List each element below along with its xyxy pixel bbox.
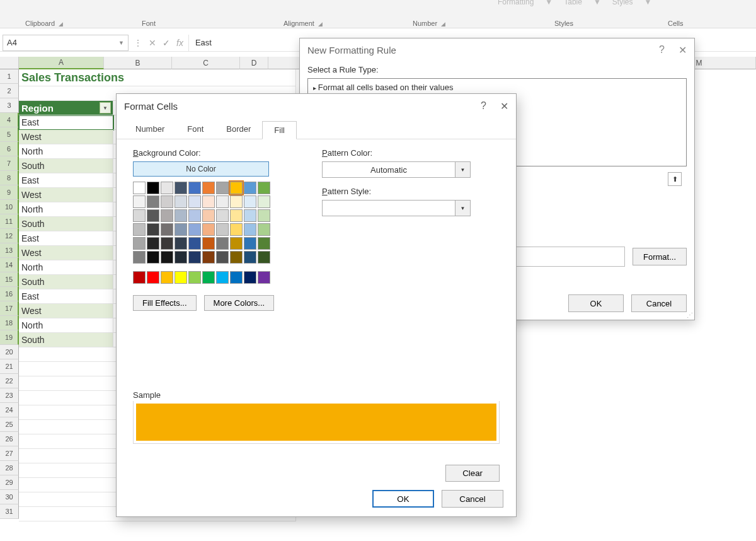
color-swatch[interactable] bbox=[230, 251, 243, 264]
cell[interactable]: East bbox=[19, 231, 113, 246]
color-swatch[interactable] bbox=[202, 223, 215, 236]
close-icon[interactable]: ✕ bbox=[500, 100, 508, 112]
row-header[interactable]: 13 bbox=[0, 243, 19, 258]
color-swatch[interactable] bbox=[175, 195, 187, 208]
color-swatch[interactable] bbox=[202, 271, 215, 284]
cancel-button[interactable]: Cancel bbox=[631, 294, 687, 312]
color-swatch[interactable] bbox=[147, 223, 159, 236]
column-header[interactable]: C bbox=[172, 57, 240, 69]
row-header[interactable]: 6 bbox=[0, 142, 19, 156]
row-header[interactable]: 3 bbox=[0, 98, 19, 113]
cancel-formula-icon[interactable]: ✕ bbox=[149, 38, 156, 48]
filter-dropdown-icon[interactable]: ▼ bbox=[100, 102, 111, 113]
color-swatch[interactable] bbox=[258, 251, 270, 264]
color-swatch[interactable] bbox=[175, 223, 187, 236]
dialog-titlebar[interactable]: New Formatting Rule ? ✕ bbox=[300, 38, 694, 61]
cell[interactable]: West bbox=[19, 130, 113, 144]
row-header[interactable]: 19 bbox=[0, 330, 19, 345]
cell[interactable]: East bbox=[19, 289, 113, 304]
color-swatch[interactable] bbox=[161, 209, 173, 222]
color-swatch[interactable] bbox=[133, 209, 146, 222]
color-swatch[interactable] bbox=[188, 271, 201, 284]
row-header[interactable]: 31 bbox=[0, 504, 19, 519]
color-swatch[interactable] bbox=[230, 209, 243, 222]
color-swatch[interactable] bbox=[216, 251, 229, 264]
color-swatch[interactable] bbox=[133, 237, 146, 250]
color-swatch[interactable] bbox=[244, 182, 256, 194]
row-header[interactable]: 15 bbox=[0, 272, 19, 287]
color-swatch[interactable] bbox=[175, 237, 187, 250]
color-swatch[interactable] bbox=[230, 195, 243, 208]
chevron-down-icon[interactable]: ▼ bbox=[118, 40, 124, 46]
color-swatch[interactable] bbox=[133, 182, 146, 194]
color-swatch[interactable] bbox=[216, 195, 229, 208]
cell[interactable]: North bbox=[19, 260, 113, 275]
cell[interactable]: North bbox=[19, 318, 113, 333]
color-swatch[interactable] bbox=[216, 271, 229, 284]
pattern-color-select[interactable]: Automatic ▼ bbox=[322, 161, 471, 178]
name-box[interactable]: A4 ▼ bbox=[3, 35, 129, 51]
row-header[interactable]: 26 bbox=[0, 432, 19, 446]
dialog-titlebar[interactable]: Format Cells ? ✕ bbox=[117, 94, 516, 118]
cell[interactable]: West bbox=[19, 188, 113, 202]
row-header[interactable]: 9 bbox=[0, 185, 19, 200]
color-swatch[interactable] bbox=[188, 223, 201, 236]
cell[interactable]: South bbox=[19, 275, 113, 289]
color-swatch[interactable] bbox=[258, 182, 270, 194]
color-swatch[interactable] bbox=[133, 195, 146, 208]
color-swatch[interactable] bbox=[216, 182, 229, 194]
color-swatch[interactable] bbox=[175, 271, 187, 284]
color-swatch[interactable] bbox=[161, 195, 173, 208]
color-swatch[interactable] bbox=[258, 209, 270, 222]
column-header[interactable]: A bbox=[19, 57, 104, 69]
row-header[interactable]: 11 bbox=[0, 214, 19, 229]
color-swatch[interactable] bbox=[244, 223, 256, 236]
color-swatch[interactable] bbox=[133, 271, 146, 284]
color-swatch[interactable] bbox=[202, 237, 215, 250]
color-swatch[interactable] bbox=[147, 251, 159, 264]
color-swatch[interactable] bbox=[202, 182, 215, 194]
color-swatch[interactable] bbox=[216, 237, 229, 250]
more-colors-button[interactable]: More Colors... bbox=[204, 295, 275, 311]
cell[interactable]: East bbox=[19, 173, 113, 188]
row-header[interactable]: 12 bbox=[0, 229, 19, 243]
color-swatch[interactable] bbox=[216, 223, 229, 236]
dialog-launcher-icon[interactable]: ◢ bbox=[441, 21, 445, 27]
color-swatch[interactable] bbox=[258, 223, 270, 236]
tab-border[interactable]: Border bbox=[215, 120, 262, 139]
no-color-button[interactable]: No Color bbox=[133, 161, 269, 177]
color-swatch[interactable] bbox=[258, 237, 270, 250]
fill-effects-button[interactable]: Fill Effects... bbox=[133, 295, 197, 311]
row-header[interactable]: 10 bbox=[0, 200, 19, 214]
color-swatch[interactable] bbox=[161, 251, 173, 264]
color-swatch[interactable] bbox=[188, 209, 201, 222]
cell[interactable]: Sales Transactions bbox=[19, 69, 296, 86]
cell[interactable]: South bbox=[19, 217, 113, 231]
row-header[interactable]: 5 bbox=[0, 127, 19, 142]
cell[interactable]: West bbox=[19, 304, 113, 318]
color-swatch[interactable] bbox=[161, 223, 173, 236]
color-swatch[interactable] bbox=[230, 271, 243, 284]
cell[interactable]: North bbox=[19, 202, 113, 217]
color-swatch[interactable] bbox=[202, 251, 215, 264]
color-swatch[interactable] bbox=[244, 195, 256, 208]
tab-number[interactable]: Number bbox=[124, 120, 176, 139]
row-header[interactable]: 17 bbox=[0, 301, 19, 316]
rule-type-item[interactable]: Format all cells based on their values bbox=[313, 83, 681, 92]
color-swatch[interactable] bbox=[188, 195, 201, 208]
pattern-style-select[interactable]: ▼ bbox=[322, 200, 471, 216]
row-header[interactable]: 29 bbox=[0, 475, 19, 490]
color-swatch[interactable] bbox=[188, 182, 201, 194]
row-header[interactable]: 25 bbox=[0, 417, 19, 432]
cell[interactable]: East bbox=[19, 115, 113, 130]
format-button[interactable]: Format... bbox=[633, 248, 687, 265]
row-header[interactable]: 4 bbox=[0, 113, 19, 127]
clear-button[interactable]: Clear bbox=[445, 465, 500, 482]
close-icon[interactable]: ✕ bbox=[679, 44, 687, 56]
color-swatch[interactable] bbox=[133, 251, 146, 264]
row-header[interactable]: 16 bbox=[0, 287, 19, 301]
color-swatch[interactable] bbox=[188, 251, 201, 264]
color-swatch[interactable] bbox=[230, 182, 243, 194]
color-swatch[interactable] bbox=[147, 209, 159, 222]
row-header[interactable]: 18 bbox=[0, 316, 19, 330]
